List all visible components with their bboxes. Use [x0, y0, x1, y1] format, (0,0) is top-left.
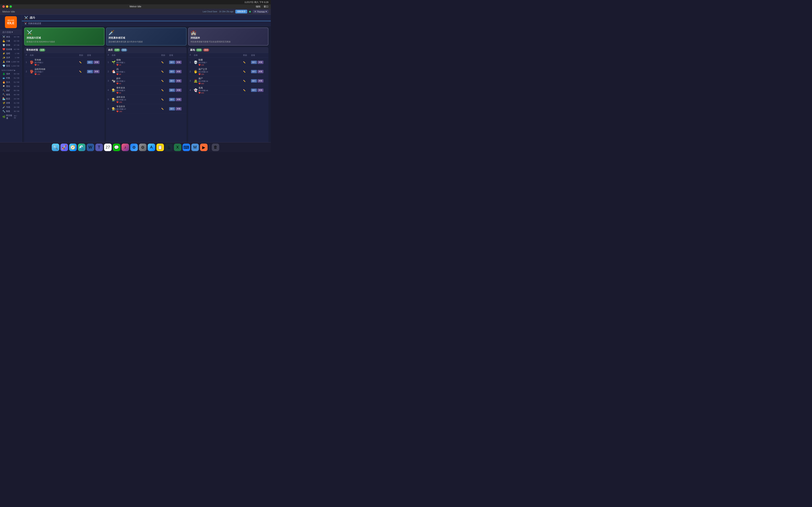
combat-zone-card[interactable]: ⚔️ 浏览战斗区域 标准战斗区域 给给神杀令与描述: [24, 27, 104, 46]
sidebar-noncombat-item-生火[interactable]: 🔥 生火 51 / 99: [1, 80, 21, 84]
sidebar-name: 生命值: [6, 48, 12, 51]
drop-button[interactable]: 掉落: [257, 70, 263, 73]
sidebar-noncombat-item-锻造[interactable]: 🔨 锻造 66 / 99: [1, 93, 21, 97]
fight-button[interactable]: 战斗: [169, 61, 175, 64]
combat-section-header[interactable]: 战斗技能▼: [0, 30, 21, 35]
menu-window[interactable]: 窗口: [264, 5, 268, 8]
monster-actions: 战斗 掉落: [87, 70, 103, 73]
sidebar-noncombat-item-烹饪[interactable]: 🍳 烹饪 58 / 99: [1, 84, 21, 88]
mac-titlebar: Melvor Idle 编辑 窗口: [0, 4, 271, 9]
fight-button[interactable]: 战斗: [251, 89, 257, 92]
fight-button[interactable]: 战斗: [169, 79, 175, 82]
taskbar-icon-system[interactable]: ⚙: [139, 144, 147, 151]
monster-actions: 战斗 掉落: [169, 79, 185, 82]
drop-button[interactable]: 掉落: [94, 61, 100, 64]
window-controls[interactable]: [2, 5, 12, 8]
drop-button[interactable]: 掉落: [175, 70, 182, 73]
drop-button[interactable]: 掉落: [175, 89, 182, 92]
taskbar-icon-calendar[interactable]: 27: [104, 144, 112, 151]
taskbar-icon-music[interactable]: ♪: [121, 144, 129, 151]
sidebar-noncombat-item-彩店[interactable]: 🏪 彩店 24 / 99: [1, 97, 21, 101]
game-main: MELVOR IDLE 战斗技能▼ ⚔️ 攻击 44 / 99 💪 力量 43 …: [0, 15, 271, 152]
taskbar-icon-steam[interactable]: ♨: [165, 144, 173, 151]
non-combat-header[interactable]: NON-COMBAT ▶: [0, 68, 21, 72]
taskbar-icon-excel[interactable]: X: [174, 144, 182, 151]
fight-button[interactable]: 战斗: [169, 98, 175, 101]
slayer-zone-card[interactable]: 🗡️ 浏览屠杀者区域 适合钢氏屠杀者玩家 战斗吃杀令与描述: [106, 27, 186, 46]
monster-info: 👻 鬼魂 战斗等级 46 ❤️ 400: [194, 87, 243, 94]
drop-button[interactable]: 掉落: [175, 61, 182, 64]
monster-name: 远程哥布林: [35, 68, 45, 71]
goblin-monsters-list: 1 👺 哥布林 战斗等级 2 ❤️ 50 ✏️ 战斗 掉落 2: [24, 58, 104, 76]
taskbar-icon-trash[interactable]: 🗑: [212, 144, 219, 151]
fight-button[interactable]: 战斗: [251, 70, 257, 73]
fight-button[interactable]: 战斗: [87, 61, 93, 64]
sidebar-noncombat-item-特文链通[interactable]: 🌿 特文链通 30 / 99: [1, 113, 21, 120]
farm-title: 农庄: [108, 48, 113, 52]
monster-level: 战斗等级 7: [198, 61, 207, 64]
sidebar-item-攻击[interactable]: ⚔️ 攻击 44 / 99: [1, 35, 21, 39]
monster-info: 👨‍🌾 青年农夫 战斗等级 6 ❤️ 80: [112, 87, 161, 94]
sidebar-noncombat-item-与花[interactable]: 🗡️ 与花 34 / 99: [1, 105, 21, 109]
fight-button[interactable]: 战斗: [169, 70, 175, 73]
taskbar-icon-mail[interactable]: M: [191, 144, 199, 151]
sidebar-icon: 🔥: [2, 81, 5, 83]
taskbar-icon-edge[interactable]: 🌊: [78, 144, 86, 151]
drop-button[interactable]: 掉落: [257, 89, 263, 92]
user-name: Thomas: [257, 10, 265, 13]
monster-icon: 👻: [194, 88, 198, 92]
graveyard-header: 墓地 普通 困难: [188, 47, 268, 53]
sidebar-item-宝石[interactable]: 💎 宝石 1,244 / 99: [1, 64, 21, 68]
fight-button[interactable]: 战斗: [251, 61, 257, 64]
fight-button[interactable]: 战斗: [87, 70, 93, 73]
drop-button[interactable]: 掉落: [175, 98, 182, 101]
sidebar-item-防御[interactable]: 🛡️ 防御 37 / 99: [1, 43, 21, 47]
sidebar-item-祈祷[interactable]: 🙏 祈祷 1,338 / 99: [1, 60, 21, 64]
drop-button[interactable]: 掉落: [94, 70, 100, 73]
fight-button[interactable]: 战斗: [169, 107, 175, 111]
drop-button[interactable]: 掉落: [175, 79, 182, 82]
user-badge[interactable]: ✕ Thomas ▾: [253, 10, 268, 13]
sidebar-noncombat-item-农务[interactable]: 🌾 农务 41 / 99: [1, 101, 21, 105]
dungeon-card[interactable]: 🏰 浏览副本 对抗各类老板与首领 可以在这里找到宝贝奖励: [188, 27, 268, 46]
taskbar-icon-scripte[interactable]: ⌨: [183, 144, 190, 151]
taskbar-icon-safari[interactable]: 🧭: [69, 144, 77, 151]
taskbar-icon-infuse[interactable]: ▶: [200, 144, 208, 151]
taskbar-icon-launchpad[interactable]: 🚀: [60, 144, 68, 151]
taskbar-separator: [209, 145, 210, 150]
sidebar-item-远程[interactable]: ⚡ 远程 1 / 99: [1, 52, 21, 55]
taskbar-icon-xcode[interactable]: ⚙: [130, 144, 138, 151]
drop-button[interactable]: 掉落: [175, 107, 182, 111]
sidebar-item-力量[interactable]: 💪 力量 43 / 99: [1, 39, 21, 43]
mac-menu[interactable]: 编辑 窗口: [256, 5, 268, 8]
taskbar-icon-notes[interactable]: 📋: [156, 144, 164, 151]
monster-info: 🌱 植物 战斗等级 1 ❤️ 20: [112, 58, 161, 66]
monster-hp: ❤️ 400: [198, 92, 208, 94]
sidebar-name: 采矿: [6, 89, 10, 92]
monster-icon: 🧟: [194, 79, 198, 83]
close-button[interactable]: [2, 5, 5, 8]
minimize-button[interactable]: [6, 5, 8, 8]
drop-button[interactable]: 掉落: [257, 61, 263, 64]
monster-icon: 👺: [30, 60, 34, 64]
sidebar-noncombat-item-伐木[interactable]: 🌲 伐木 55 / 99: [1, 72, 21, 76]
taskbar-icon-teams[interactable]: T: [95, 144, 103, 151]
force-save-button[interactable]: 强制保存: [235, 10, 247, 13]
sidebar-noncombat-item-制造[interactable]: 🔧 制造 35 / 99: [1, 109, 21, 113]
taskbar-icon-word[interactable]: W: [87, 144, 94, 151]
taskbar-icon-wechat[interactable]: 💬: [113, 144, 120, 151]
fight-button[interactable]: 战斗: [251, 79, 257, 82]
sidebar-item-生命值[interactable]: ❤️ 生命值 42 / 99: [1, 47, 21, 51]
monster-reward: ✏️: [161, 108, 169, 110]
sidebar-noncombat-item-采矿[interactable]: ⛏️ 采矿 80 / 99: [1, 89, 21, 93]
sidebar-item-法术[interactable]: ✨ 法术 1 / 99: [1, 56, 21, 60]
fight-button[interactable]: 战斗: [169, 89, 175, 92]
sidebar-level: 51 / 99: [14, 77, 19, 79]
taskbar-icon-finder[interactable]: 🔍: [52, 144, 59, 151]
drop-button[interactable]: 掉落: [257, 79, 263, 82]
taskbar-icon-appstore[interactable]: A: [148, 144, 155, 151]
menu-edit[interactable]: 编辑: [256, 5, 260, 8]
monster-reward: ✏️: [161, 89, 169, 91]
sidebar-noncombat-item-钓鱼[interactable]: 🐟 钓鱼 51 / 99: [1, 76, 21, 80]
maximize-button[interactable]: [9, 5, 12, 8]
